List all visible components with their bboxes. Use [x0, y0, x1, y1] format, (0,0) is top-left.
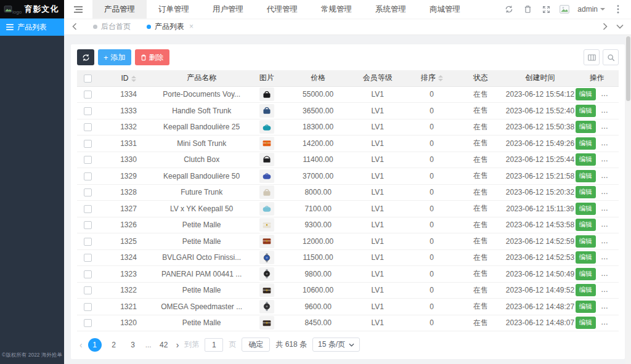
delete-button[interactable]: 删除 [601, 219, 619, 231]
row-checkbox[interactable] [84, 172, 92, 180]
edit-button[interactable]: 编辑 [576, 105, 596, 117]
close-icon[interactable]: × [189, 22, 193, 31]
product-image[interactable] [259, 137, 274, 150]
next-page-icon[interactable]: › [176, 340, 179, 350]
row-checkbox[interactable] [84, 205, 92, 213]
product-image[interactable] [259, 300, 274, 313]
tabs-scroll-right-icon[interactable] [603, 23, 608, 30]
row-checkbox[interactable] [84, 156, 92, 164]
delete-button[interactable]: 删除 [601, 268, 619, 280]
topnav-tab[interactable]: 商城管理 [418, 0, 472, 18]
product-image[interactable] [259, 235, 274, 248]
edit-button[interactable]: 编辑 [576, 301, 596, 313]
vertical-scrollbar[interactable] [625, 35, 631, 364]
logo-area[interactable]: logo 育影文化 [0, 0, 64, 18]
more-icon[interactable] [610, 1, 626, 17]
page-size-select[interactable]: 15 条/页 [312, 338, 360, 352]
topnav-tab[interactable]: 产品管理 [92, 0, 147, 18]
avatar[interactable] [556, 1, 572, 17]
edit-button[interactable]: 编辑 [576, 170, 596, 182]
edit-button[interactable]: 编辑 [576, 153, 596, 166]
scrollbar-thumb[interactable] [626, 36, 630, 101]
edit-button[interactable]: 编辑 [576, 88, 596, 100]
product-image[interactable] [259, 153, 274, 166]
product-image[interactable] [259, 202, 274, 216]
refresh-icon[interactable] [501, 1, 517, 17]
product-image[interactable] [259, 185, 274, 199]
delete-button[interactable]: 删除 [601, 121, 619, 133]
delete-button[interactable]: 删除 [601, 186, 619, 198]
page-number-button[interactable]: 3 [126, 338, 140, 352]
goto-confirm-button[interactable]: 确定 [242, 338, 270, 352]
edit-button[interactable]: 编辑 [576, 186, 596, 198]
delete-button[interactable]: 删除 [601, 203, 619, 215]
edit-button[interactable]: 编辑 [576, 121, 596, 133]
delete-button[interactable]: 删除 [601, 170, 619, 182]
add-button[interactable]: + 添加 [98, 49, 131, 65]
product-image[interactable] [259, 267, 274, 281]
edit-button[interactable]: 编辑 [576, 137, 596, 150]
prev-page-icon[interactable]: ‹ [79, 340, 83, 350]
product-image[interactable] [259, 251, 274, 264]
edit-button[interactable]: 编辑 [576, 284, 596, 296]
row-checkbox[interactable] [84, 270, 92, 278]
delete-button[interactable]: 删除 [601, 284, 619, 296]
edit-button[interactable]: 编辑 [576, 268, 596, 280]
row-checkbox[interactable] [84, 286, 92, 294]
edit-button[interactable]: 编辑 [576, 203, 596, 215]
row-checkbox[interactable] [84, 188, 92, 196]
row-checkbox[interactable] [84, 107, 92, 115]
row-checkbox[interactable] [84, 140, 92, 148]
page-number-button[interactable]: 42 [157, 338, 171, 352]
row-checkbox[interactable] [84, 319, 92, 327]
edit-button[interactable]: 编辑 [576, 219, 596, 231]
product-image[interactable] [259, 87, 274, 101]
user-menu[interactable]: admin [575, 5, 608, 14]
tab-product-list[interactable]: 产品列表 × [139, 18, 202, 34]
row-checkbox[interactable] [84, 303, 92, 311]
tab-home[interactable]: 后台首页 [85, 18, 139, 34]
tabs-dropdown-icon[interactable] [616, 24, 624, 29]
delete-button[interactable]: 删除 [135, 49, 169, 65]
product-image[interactable] [259, 169, 274, 183]
row-checkbox[interactable] [84, 221, 92, 229]
clear-cache-icon[interactable] [519, 1, 535, 17]
delete-button[interactable]: 删除 [601, 105, 619, 117]
edit-button[interactable]: 编辑 [576, 251, 596, 264]
delete-button[interactable]: 删除 [601, 317, 619, 329]
columns-toggle-icon[interactable] [584, 49, 600, 65]
product-image[interactable] [259, 120, 274, 134]
delete-button[interactable]: 删除 [601, 251, 619, 264]
row-checkbox[interactable] [84, 123, 92, 131]
topnav-tab[interactable]: 订单管理 [147, 0, 201, 18]
product-image[interactable] [259, 104, 274, 118]
delete-button[interactable]: 删除 [601, 153, 619, 166]
sidebar-item-product-list[interactable]: 产品列表 [0, 18, 64, 36]
delete-button[interactable]: 删除 [601, 301, 619, 313]
product-image[interactable] [259, 316, 274, 330]
goto-page-input[interactable] [205, 338, 223, 352]
row-checkbox[interactable] [84, 254, 92, 262]
header-id[interactable]: ID [99, 70, 158, 86]
menu-toggle-icon[interactable] [64, 0, 92, 18]
row-checkbox[interactable] [84, 91, 92, 99]
row-checkbox[interactable] [84, 238, 92, 246]
search-icon[interactable] [603, 49, 619, 65]
fullscreen-icon[interactable] [538, 1, 554, 17]
delete-button[interactable]: 删除 [601, 235, 619, 248]
select-all-checkbox[interactable] [84, 75, 92, 83]
page-number-button[interactable]: 2 [107, 338, 121, 352]
topnav-tab[interactable]: 系统管理 [364, 0, 418, 18]
delete-button[interactable]: 删除 [601, 88, 619, 100]
topnav-tab[interactable]: 用户管理 [201, 0, 255, 18]
edit-button[interactable]: 编辑 [576, 317, 596, 329]
edit-button[interactable]: 编辑 [576, 235, 596, 248]
refresh-button[interactable] [77, 49, 94, 65]
page-number-button[interactable]: 1 [88, 338, 102, 352]
product-image[interactable] [259, 218, 274, 232]
product-image[interactable] [259, 283, 274, 297]
header-sort[interactable]: 排序 [407, 70, 456, 86]
delete-button[interactable]: 删除 [601, 137, 619, 150]
tabs-scroll-left-icon[interactable] [64, 23, 85, 30]
topnav-tab[interactable]: 常规管理 [309, 0, 364, 18]
